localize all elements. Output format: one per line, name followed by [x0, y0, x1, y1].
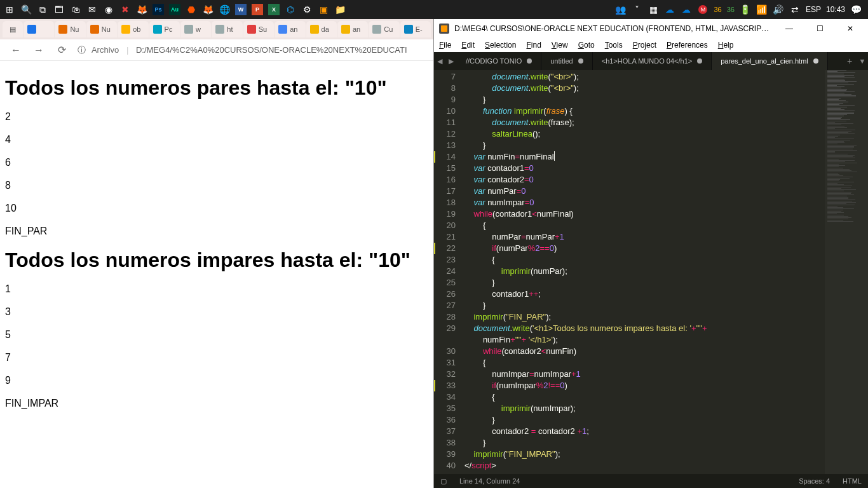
line-number: 34: [434, 391, 456, 403]
browser-tab[interactable]: [24, 21, 54, 37]
mail-icon[interactable]: ✉: [86, 4, 98, 15]
favicon-icon: [372, 25, 381, 34]
sync-icon[interactable]: ⇄: [789, 4, 801, 15]
browser-tab[interactable]: da: [306, 21, 337, 37]
app-icon[interactable]: 🦊: [136, 4, 147, 15]
tray-icon[interactable]: ▦: [648, 4, 659, 15]
tab-label: untitled: [550, 57, 573, 65]
close-button[interactable]: ✕: [837, 19, 863, 38]
app-x-icon[interactable]: ✖: [119, 4, 131, 15]
line-number: 14: [434, 151, 456, 163]
favicon-icon: [247, 25, 256, 34]
edge-icon[interactable]: ◉: [103, 4, 114, 15]
menu-item[interactable]: View: [552, 41, 568, 50]
browser-tab[interactable]: Pc: [149, 21, 180, 37]
code-line: </script>: [465, 460, 825, 471]
brave-icon[interactable]: ⬣: [186, 4, 197, 15]
output-line: FIN_PAR: [5, 226, 428, 237]
status-box-icon[interactable]: ▢: [440, 477, 447, 485]
code-text[interactable]: document.write("<br>"); document.write("…: [461, 70, 825, 474]
code-line: var contador1=0: [465, 163, 825, 174]
volume-icon[interactable]: 🔊: [773, 4, 784, 15]
favicon-icon: [58, 25, 67, 34]
chevron-up-icon[interactable]: ˅: [631, 4, 642, 15]
editor-tab[interactable]: pares_del_uno_al_cien.html: [712, 52, 828, 70]
excel-icon[interactable]: X: [268, 4, 280, 15]
tab-label: //CODIGO TONIO: [466, 57, 522, 65]
editor-tab[interactable]: //CODIGO TONIO: [457, 52, 541, 70]
tab-menu-icon[interactable]: ▼: [857, 52, 868, 70]
menu-item[interactable]: Goto: [578, 41, 595, 50]
onedrive-icon[interactable]: ☁: [664, 4, 675, 15]
dirty-indicator-icon: [578, 58, 583, 64]
taskview-icon[interactable]: ⧉: [37, 4, 48, 15]
tab-label: Pc: [165, 25, 173, 33]
ppt-icon[interactable]: P: [252, 4, 263, 15]
menu-item[interactable]: Find: [526, 41, 541, 50]
menu-item[interactable]: Preferences: [667, 41, 708, 50]
browser-tab[interactable]: Cu: [369, 21, 399, 37]
syntax-setting[interactable]: HTML: [843, 477, 862, 485]
browser-tab[interactable]: Nu: [86, 21, 117, 37]
search-icon[interactable]: 🔍: [20, 4, 32, 15]
minimap[interactable]: [825, 70, 868, 474]
code-line: document.write(frase);: [465, 117, 825, 128]
reload-button[interactable]: ⟳: [55, 43, 69, 57]
cloud-icon[interactable]: ☁: [681, 4, 692, 15]
people-icon[interactable]: 👥: [614, 4, 626, 15]
au-icon[interactable]: Au: [169, 4, 180, 15]
code-area[interactable]: 7891011121314151617181920212223242526272…: [434, 70, 868, 474]
maximize-button[interactable]: ☐: [807, 19, 832, 38]
back-button[interactable]: ←: [9, 43, 23, 57]
firefox-icon[interactable]: 🦊: [202, 4, 214, 15]
tab-label: Nu: [102, 25, 111, 33]
new-tab-button[interactable]: +: [843, 52, 857, 70]
store-icon[interactable]: 🛍: [70, 4, 81, 15]
browser-tab[interactable]: ht: [212, 21, 242, 37]
sublime-icon[interactable]: ▣: [318, 4, 329, 15]
editor-tabstrip: ◀ ▶ //CODIGO TONIOuntitled<h1>HOLA MUNDO…: [434, 52, 868, 70]
output-line: 7: [5, 352, 428, 363]
favicon-icon: [404, 25, 413, 34]
mega-icon[interactable]: M: [697, 4, 709, 15]
forward-button[interactable]: →: [32, 43, 46, 57]
menu-item[interactable]: File: [439, 41, 451, 50]
sidebar-toggle[interactable]: ▤: [3, 21, 23, 37]
address-bar[interactable]: ⓘ Archivo | D:/MEG4/%C2%A0%20CURSOS/ONE-…: [78, 44, 424, 56]
notifications-icon[interactable]: 💬: [850, 4, 862, 15]
browser-tab[interactable]: ob: [118, 21, 148, 37]
minimize-button[interactable]: —: [776, 19, 802, 38]
menu-item[interactable]: Project: [633, 41, 656, 50]
line-number: 30: [434, 346, 456, 357]
settings-icon[interactable]: ⚙: [301, 4, 313, 15]
editor-tab[interactable]: <h1>HOLA MUNDO 04</h1>: [593, 52, 712, 70]
folder-icon[interactable]: 📁: [334, 4, 346, 15]
clock[interactable]: 10:43: [826, 5, 845, 14]
browser-tab[interactable]: an: [337, 21, 368, 37]
browser-tab[interactable]: Nu: [55, 21, 85, 37]
indent-setting[interactable]: Spaces: 4: [799, 477, 830, 485]
browser-tab[interactable]: Su: [243, 21, 274, 37]
explorer-icon[interactable]: 🗔: [53, 4, 65, 15]
tab-prev-icon[interactable]: ◀: [434, 52, 445, 70]
menu-item[interactable]: Edit: [461, 41, 475, 50]
word-icon[interactable]: W: [235, 4, 247, 15]
chrome-icon[interactable]: 🌐: [219, 4, 230, 15]
dirty-indicator-icon: [813, 58, 818, 64]
menu-item[interactable]: Help: [718, 41, 734, 50]
editor-tab[interactable]: untitled: [541, 52, 592, 70]
browser-tab[interactable]: w: [180, 21, 211, 37]
language-indicator[interactable]: ESP: [806, 5, 821, 14]
tab-next-icon[interactable]: ▶: [445, 52, 457, 70]
browser-tab[interactable]: an: [275, 21, 305, 37]
vscode-icon[interactable]: ⌬: [285, 4, 296, 15]
menu-item[interactable]: Selection: [485, 41, 516, 50]
browser-tab[interactable]: E-: [400, 21, 431, 37]
output-line: 4: [5, 134, 428, 146]
ps-icon[interactable]: Ps: [153, 4, 164, 15]
line-number: 8: [434, 83, 456, 94]
menu-item[interactable]: Tools: [605, 41, 623, 50]
battery-icon[interactable]: 🔋: [740, 4, 751, 15]
start-icon[interactable]: ⊞: [4, 4, 15, 15]
wifi-icon[interactable]: 📶: [756, 4, 768, 15]
